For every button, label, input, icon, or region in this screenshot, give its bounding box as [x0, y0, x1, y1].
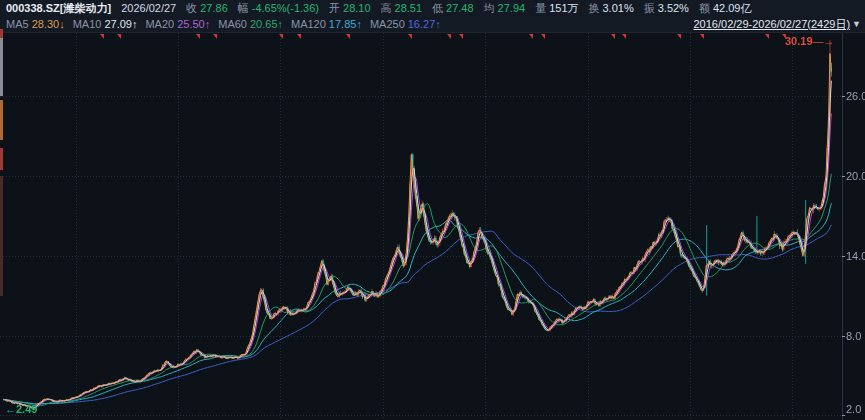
ex-dividend-flag-icon: [765, 34, 769, 39]
date-range-label: 2016/02/29-2026/02/27(2429日): [694, 16, 851, 32]
ma5-item: MA528.30↓: [6, 16, 65, 32]
right-arrow-icon: —→: [813, 35, 835, 47]
ma20-item: MA2025.50↑: [137, 16, 210, 32]
ma10-value: 27.09↑: [104, 18, 137, 30]
left-edge-sliver: [0, 176, 3, 296]
ex-dividend-flag-icon: [213, 34, 217, 39]
ex-dividend-flag-icon: [611, 34, 615, 39]
field-value-avg: 27.94: [498, 0, 526, 16]
ma20-label: MA20: [145, 18, 174, 30]
ma60-value: 20.65↑: [250, 18, 283, 30]
field-value-open: 28.10: [343, 0, 371, 16]
field-label-avg: 均: [484, 0, 495, 16]
ma120-value: 17.85↑: [329, 18, 362, 30]
stock-chart-app: { "header": { "symbol": "000338.SZ[潍柴动力]…: [0, 0, 865, 420]
ex-dividend-flag-icon: [100, 34, 104, 39]
y-axis-tick: 20.0: [846, 170, 865, 182]
field-label-low: 低: [432, 0, 443, 16]
ma60-label: MA60: [218, 18, 247, 30]
ma120-label: MA120: [291, 18, 326, 30]
ex-dividend-flag-icon: [782, 34, 786, 39]
low-price-annotation: ←2.49: [5, 403, 37, 415]
ex-dividend-flag-icon: [408, 34, 412, 39]
quote-header: 000338.SZ[潍柴动力] 2026/02/27 收27.86 幅-4.65…: [0, 0, 865, 33]
date-range-selector[interactable]: 2016/02/29-2026/02/27(2429日) ▼: [694, 16, 862, 32]
high-price-annotation: 30.19—→: [785, 35, 835, 47]
left-edge-sliver: [0, 148, 3, 170]
field-label-amount: 额: [699, 0, 710, 16]
y-axis-tick: 14.0: [846, 250, 865, 262]
field-value-high: 28.51: [395, 0, 423, 16]
field-value-change: -4.65%(-1.36): [252, 0, 319, 16]
field-value-close: 27.86: [200, 0, 228, 16]
left-edge-sliver: [0, 38, 3, 96]
field-label-turnover: 换: [589, 0, 600, 16]
field-label-change: 幅: [238, 0, 249, 16]
y-axis-tick: 2.0: [846, 403, 865, 415]
ex-dividend-flag-icon: [459, 34, 463, 39]
ma60-item: MA6020.65↑: [210, 16, 283, 32]
ex-dividend-flag-icon: [529, 34, 533, 39]
y-axis-tick: 26.0: [846, 90, 865, 102]
field-label-high: 高: [381, 0, 392, 16]
field-label-amplitude: 振: [644, 0, 655, 16]
ex-dividend-flag-icon: [196, 34, 200, 39]
left-edge-sliver: [0, 100, 3, 140]
ex-dividend-flag-icon: [346, 34, 350, 39]
ma250-value: 16.27↑: [408, 18, 441, 30]
ma10-label: MA10: [73, 18, 102, 30]
field-value-low: 27.48: [446, 0, 474, 16]
y-axis-tick: 8.0: [846, 330, 865, 342]
quote-row: 000338.SZ[潍柴动力] 2026/02/27 收27.86 幅-4.65…: [0, 0, 865, 16]
up-arrow-icon: ↑: [435, 18, 441, 30]
field-value-amount: 42.09亿: [713, 0, 752, 16]
ma5-value: 28.30↓: [32, 18, 65, 30]
ma250-label: MA250: [370, 18, 405, 30]
ma120-item: MA12017.85↑: [283, 16, 362, 32]
quote-date: 2026/02/27: [121, 0, 176, 16]
ex-dividend-flag-icon: [279, 34, 283, 39]
left-arrow-icon: ←: [5, 403, 16, 415]
field-value-amplitude: 3.52%: [658, 0, 689, 16]
ma5-label: MA5: [6, 18, 29, 30]
kline-chart-canvas[interactable]: [0, 0, 865, 420]
ex-dividend-flag-icon: [447, 34, 451, 39]
field-value-turnover: 3.01%: [603, 0, 634, 16]
ex-dividend-flag-icon: [297, 34, 301, 39]
ex-dividend-flag-icon: [541, 34, 545, 39]
field-label-close: 收: [186, 0, 197, 16]
ex-dividend-flag-icon: [117, 34, 121, 39]
ex-dividend-flag-icon: [622, 34, 626, 39]
ex-dividend-flag-icon: [700, 34, 704, 39]
ex-dividend-flag-icon: [677, 34, 681, 39]
left-edge-sliver: [0, 29, 3, 38]
field-label-volume: 量: [535, 0, 546, 16]
chevron-down-icon: ▼: [852, 16, 861, 32]
ma250-item: MA25016.27↑: [362, 16, 441, 32]
ma20-value: 25.50↑: [177, 18, 210, 30]
ma10-item: MA1027.09↑: [65, 16, 138, 32]
field-label-open: 开: [329, 0, 340, 16]
stock-symbol: 000338.SZ[潍柴动力]: [6, 0, 111, 16]
field-value-volume: 151万: [549, 0, 578, 16]
ma-bar: MA528.30↓ MA1027.09↑ MA2025.50↑ MA6020.6…: [0, 16, 865, 32]
